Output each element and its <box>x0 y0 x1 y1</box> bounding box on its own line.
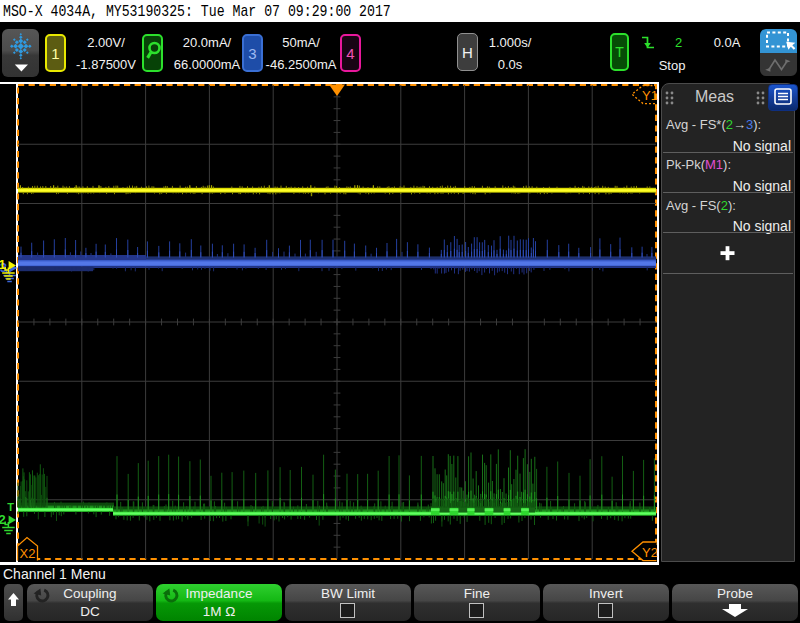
svg-text:Y1: Y1 <box>642 88 658 103</box>
svg-text:2: 2 <box>0 512 6 527</box>
svg-text:T: T <box>7 501 14 513</box>
svg-text:X2: X2 <box>20 546 36 561</box>
svg-text:Y2: Y2 <box>642 545 658 560</box>
svg-text:1: 1 <box>0 257 6 272</box>
